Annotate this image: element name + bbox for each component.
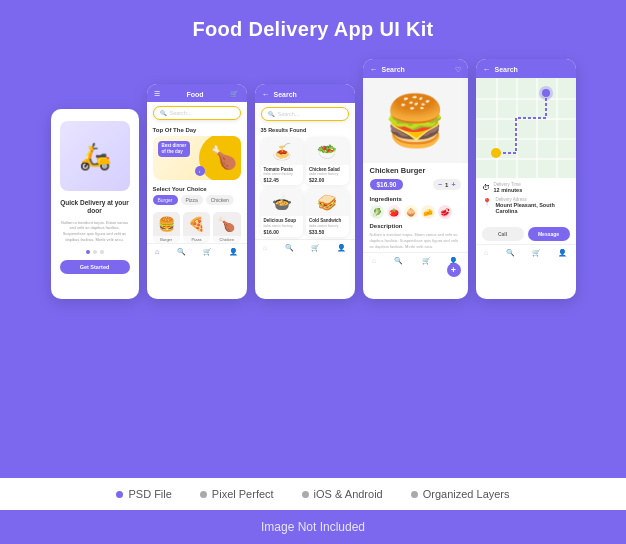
ing-onion: 🧅 bbox=[404, 205, 418, 219]
profile-nav-2[interactable]: 👤 bbox=[337, 244, 346, 252]
food-img-2: 🍕 bbox=[183, 212, 210, 236]
heart-icon[interactable]: ♡ bbox=[455, 66, 461, 74]
bottom-nav-2: ⌂ 🔍 🛒 👤 bbox=[255, 239, 355, 256]
map-header: ← Search bbox=[476, 59, 576, 78]
back-arrow-icon-2[interactable]: ← bbox=[370, 65, 378, 74]
result-info-2: Chicken Salad italia carton factory $22.… bbox=[306, 165, 349, 185]
result-img-2: 🥗 bbox=[306, 137, 349, 165]
delivery-time-value: 12 minutes bbox=[494, 187, 523, 193]
food-grid: 🍔 Burger 🍕 Pizza 🍗 Chicken bbox=[147, 212, 247, 243]
add-fab-button[interactable]: + bbox=[447, 263, 461, 277]
ing-meat: 🥩 bbox=[438, 205, 452, 219]
cart-icon[interactable]: 🛒 bbox=[230, 90, 239, 98]
food-card-3[interactable]: 🍗 Chicken bbox=[213, 212, 240, 243]
food-hero-image: 🍗 bbox=[199, 136, 241, 180]
map-header-title: Search bbox=[495, 66, 569, 73]
result-sub-4: italia carton factory bbox=[309, 224, 346, 228]
food-header-title: Food bbox=[186, 91, 203, 98]
map-area bbox=[476, 78, 576, 178]
search-nav-2[interactable]: 🔍 bbox=[285, 244, 294, 252]
item-hero-image: 🍔 bbox=[363, 78, 468, 163]
result-card-2[interactable]: 🥗 Chicken Salad italia carton factory $2… bbox=[306, 137, 349, 185]
result-sub-1: italia carton factory bbox=[264, 172, 301, 176]
home-nav-4[interactable]: ⌂ bbox=[484, 249, 488, 257]
call-button[interactable]: Call bbox=[482, 227, 524, 241]
top-day-card[interactable]: Best dinnerof the day 🍗 › bbox=[153, 136, 241, 180]
home-nav-3[interactable]: ⌂ bbox=[372, 257, 376, 265]
result-price-1: $12.45 bbox=[264, 177, 301, 183]
arrow-button[interactable]: › bbox=[195, 166, 205, 176]
item-detail-header: ← Search ♡ bbox=[363, 59, 468, 78]
food-img-1: 🍔 bbox=[153, 212, 180, 236]
main-title: Food Delivery App UI Kit bbox=[193, 18, 434, 41]
price-badge: $16.90 bbox=[370, 179, 404, 190]
tab-pizza[interactable]: Pizza bbox=[181, 195, 203, 205]
description-text: Nullam a tincidunt turpis. Etiam varius … bbox=[370, 232, 461, 250]
search-nav-3[interactable]: 🔍 bbox=[394, 257, 403, 265]
item-title: Chicken Burger bbox=[370, 166, 461, 175]
cart-nav-4[interactable]: 🛒 bbox=[532, 249, 541, 257]
result-card-3[interactable]: 🍲 Delicious Soup italia carton factory $… bbox=[261, 188, 304, 236]
ing-lettuce: 🥬 bbox=[370, 205, 384, 219]
qty-plus-button[interactable]: + bbox=[451, 181, 455, 188]
search-nav-icon[interactable]: 🔍 bbox=[177, 248, 186, 256]
results-count: 35 Results Found bbox=[255, 125, 355, 135]
svg-point-2 bbox=[491, 148, 501, 158]
message-button[interactable]: Message bbox=[528, 227, 570, 241]
home-nav-2[interactable]: ⌂ bbox=[263, 244, 267, 252]
phone-item-detail: ← Search ♡ 🍔 Chicken Burger $16.90 − 1 +… bbox=[363, 59, 468, 299]
top-section: Food Delivery App UI Kit 🛵 Quick Deliver… bbox=[0, 0, 626, 478]
search-placeholder-2: Search... bbox=[278, 111, 300, 117]
phone-map-delivery: ← Search bbox=[476, 59, 576, 299]
feature-layers: Organized Layers bbox=[411, 488, 510, 500]
home-nav-icon[interactable]: ⌂ bbox=[155, 248, 159, 256]
dot-1 bbox=[86, 250, 90, 254]
search-icon-2: 🔍 bbox=[268, 111, 275, 117]
carousel-dots bbox=[86, 250, 104, 254]
ing-cheese: 🧀 bbox=[421, 205, 435, 219]
feature-psd: PSD File bbox=[116, 488, 171, 500]
result-info-1: Tomato Pasta italia carton factory $12.4… bbox=[261, 165, 304, 185]
pixel-label: Pixel Perfect bbox=[212, 488, 274, 500]
profile-nav-icon[interactable]: 👤 bbox=[229, 248, 238, 256]
back-arrow-icon-3[interactable]: ← bbox=[483, 65, 491, 74]
menu-icon[interactable]: ☰ bbox=[154, 90, 160, 98]
result-img-4: 🥪 bbox=[306, 188, 349, 216]
cart-nav-3[interactable]: 🛒 bbox=[422, 257, 431, 265]
result-sub-2: italia carton factory bbox=[309, 172, 346, 176]
tab-chicken[interactable]: Chicken bbox=[206, 195, 234, 205]
best-dinner-badge: Best dinnerof the day bbox=[158, 141, 191, 157]
profile-nav-4[interactable]: 👤 bbox=[558, 249, 567, 257]
layers-label: Organized Layers bbox=[423, 488, 510, 500]
cart-nav-2[interactable]: 🛒 bbox=[311, 244, 320, 252]
footer-text: Image Not Included bbox=[10, 520, 616, 534]
phones-row: 🛵 Quick Delivery at your door Nullam a t… bbox=[51, 59, 576, 299]
phone-food-home: ☰ Food 🛒 🔍 Search... Top Of The Day Best… bbox=[147, 84, 247, 299]
qty-control: − 1 + bbox=[433, 179, 461, 190]
food-card-1[interactable]: 🍔 Burger bbox=[153, 212, 180, 243]
select-choice-section: Select Your Choice Burger Pizza Chicken bbox=[147, 183, 247, 212]
food-search-bar[interactable]: 🔍 Search... bbox=[153, 106, 241, 120]
food-card-2[interactable]: 🍕 Pizza bbox=[183, 212, 210, 243]
result-img-1: 🍝 bbox=[261, 137, 304, 165]
psd-dot bbox=[116, 491, 123, 498]
qty-minus-button[interactable]: − bbox=[438, 181, 442, 188]
result-info-4: Cold Sandwich italia carton factory $33.… bbox=[306, 216, 349, 236]
dot-2 bbox=[93, 250, 97, 254]
search-nav-4[interactable]: 🔍 bbox=[506, 249, 515, 257]
feature-pixel: Pixel Perfect bbox=[200, 488, 274, 500]
tab-burger[interactable]: Burger bbox=[153, 195, 178, 205]
result-card-4[interactable]: 🥪 Cold Sandwich italia carton factory $3… bbox=[306, 188, 349, 236]
search-results-bar[interactable]: 🔍 Search... bbox=[261, 107, 349, 121]
result-card-1[interactable]: 🍝 Tomato Pasta italia carton factory $12… bbox=[261, 137, 304, 185]
action-buttons: Call Message bbox=[476, 224, 576, 244]
cart-nav-icon[interactable]: 🛒 bbox=[203, 248, 212, 256]
ing-tomato: 🍅 bbox=[387, 205, 401, 219]
result-price-3: $16.00 bbox=[264, 229, 301, 235]
back-arrow-icon[interactable]: ← bbox=[262, 90, 270, 99]
ingredients-section: Ingredients 🥬 🍅 🧅 🧀 🥩 bbox=[363, 194, 468, 221]
map-route bbox=[476, 78, 576, 178]
price-add-row: $16.90 − 1 + bbox=[363, 175, 468, 194]
get-started-button[interactable]: Get Started bbox=[60, 260, 130, 274]
welcome-subtext: Nullam a tincidunt turpis. Etiam varius … bbox=[59, 220, 131, 242]
